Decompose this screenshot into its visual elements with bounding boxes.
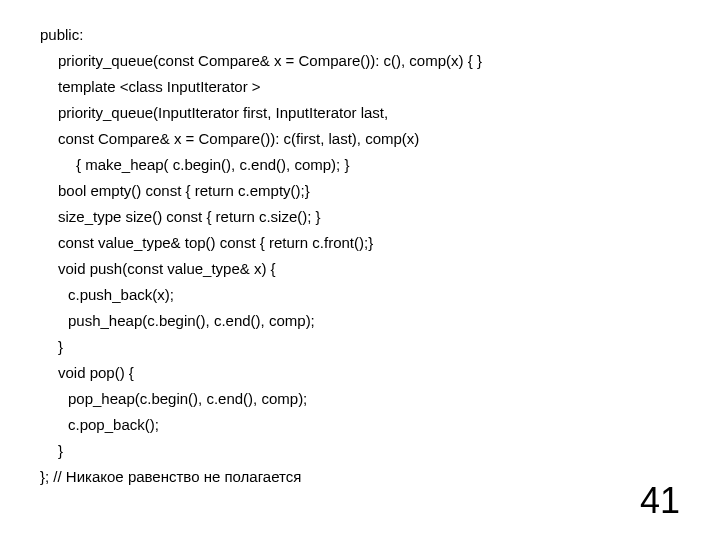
code-line: } (58, 334, 680, 360)
code-line: c.pop_back(); (68, 412, 680, 438)
code-line: { make_heap( c.begin(), c.end(), comp); … (76, 152, 680, 178)
code-line: push_heap(c.begin(), c.end(), comp); (68, 308, 680, 334)
slide: public: priority_queue(const Compare& x … (0, 0, 720, 540)
code-line: size_type size() const { return c.size()… (58, 204, 680, 230)
code-line: const Compare& x = Compare()): c(first, … (58, 126, 680, 152)
code-line: bool empty() const { return c.empty();} (58, 178, 680, 204)
code-line: void push(const value_type& x) { (58, 256, 680, 282)
code-line: void pop() { (58, 360, 680, 386)
code-line: } (58, 438, 680, 464)
code-line: c.push_back(x); (68, 282, 680, 308)
code-line: template <class InputIterator > (58, 74, 680, 100)
code-line: const value_type& top() const { return c… (58, 230, 680, 256)
code-block: public: priority_queue(const Compare& x … (40, 22, 680, 490)
code-line: pop_heap(c.begin(), c.end(), comp); (68, 386, 680, 412)
page-number: 41 (640, 480, 680, 522)
code-line: priority_queue(const Compare& x = Compar… (58, 48, 680, 74)
code-line: }; // Никакое равенство не полагается (40, 464, 680, 490)
code-line: priority_queue(InputIterator first, Inpu… (58, 100, 680, 126)
code-line: public: (40, 22, 680, 48)
